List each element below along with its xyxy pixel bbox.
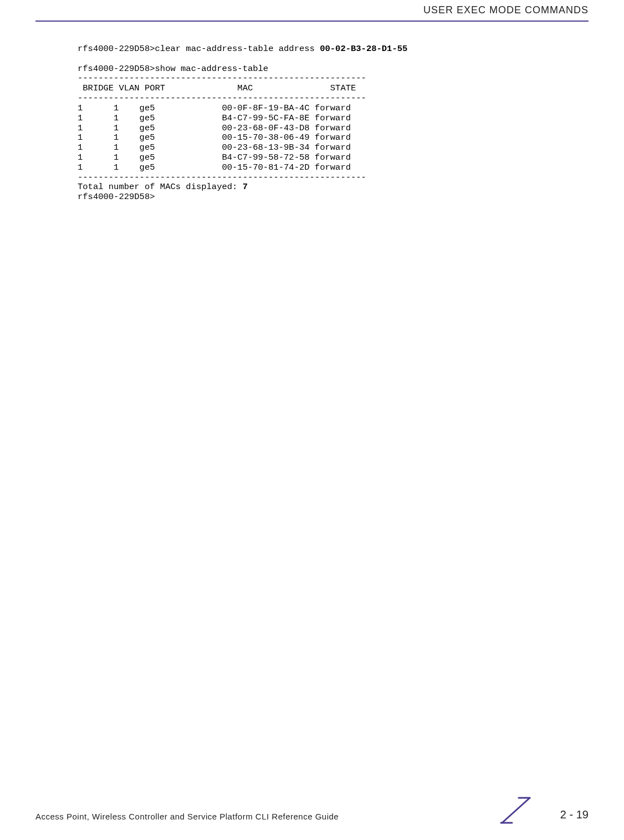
terminal-output: rfs4000-229D58>clear mac-address-table a…	[78, 44, 589, 202]
footer-text: Access Point, Wireless Controller and Se…	[35, 812, 339, 821]
svg-line-0	[502, 798, 530, 823]
page-number: 2 - 19	[560, 808, 589, 821]
header-rule	[35, 21, 589, 22]
page: USER EXEC MODE COMMANDS rfs4000-229D58>c…	[0, 0, 624, 840]
page-header: USER EXEC MODE COMMANDS	[0, 0, 624, 22]
main-content: rfs4000-229D58>clear mac-address-table a…	[78, 44, 589, 202]
footer-slash-icon	[491, 795, 541, 826]
header-title: USER EXEC MODE COMMANDS	[35, 4, 589, 19]
page-footer: Access Point, Wireless Controller and Se…	[0, 791, 624, 824]
